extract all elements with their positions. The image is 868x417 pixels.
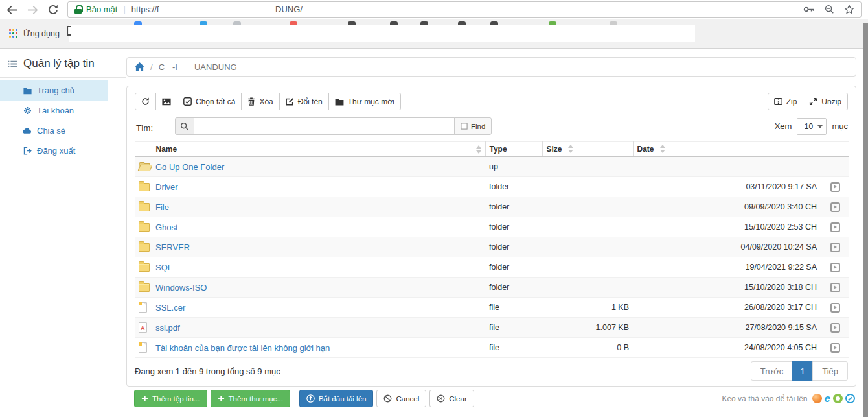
add-folder-button[interactable]: Thêm thư mục... [211,390,290,407]
preview-image-button[interactable] [155,93,177,110]
type-cell: file [485,298,542,318]
start-upload-button[interactable]: Bắt đầu tải lên [299,390,374,407]
chrome-icon [833,394,843,403]
size-cell [542,257,633,278]
breadcrumb-segment[interactable]: C [159,62,165,72]
firefox-icon [812,394,822,403]
new-folder-button[interactable]: Thư mục mới [328,93,401,110]
search-input[interactable] [194,117,455,135]
type-cell: file [485,338,542,358]
breadcrumb-separator: / [150,62,153,72]
column-header-actions [821,142,849,157]
pagination-next-button[interactable]: Tiếp [812,361,848,381]
file-link[interactable]: SERVER [155,243,190,252]
sort-icon[interactable] [475,145,481,154]
sidebar-item-label: Tài khoản [37,106,74,115]
sort-icon[interactable] [567,145,573,153]
apps-grid-icon[interactable] [9,29,17,38]
file-link[interactable]: Driver [155,182,178,192]
table-row[interactable]: Tài khoản của bạn được tải lên không giớ… [135,338,849,358]
open-file-button[interactable] [830,343,840,353]
rename-button[interactable]: Đổi tên [279,93,329,110]
folder-icon [139,243,150,252]
open-file-button[interactable] [830,243,840,252]
select-all-button[interactable]: Chọn tất cả [177,93,242,110]
page-size-select[interactable]: 10 [797,118,827,135]
gear-icon [23,106,32,115]
clear-button[interactable]: Clear [429,390,474,407]
table-row[interactable]: SERVERfolder04/09/2020 10:24 SA [135,237,849,257]
scrollbar[interactable] [863,23,868,417]
refresh-button[interactable] [135,93,156,110]
table-row[interactable]: Driverfolder03/11/2020 9:17 SA [135,177,849,197]
type-cell: folder [485,177,542,197]
add-files-button[interactable]: Thêm tệp tin... [134,390,207,407]
sidebar-item-share[interactable]: Chia sẻ [0,121,126,141]
zip-button[interactable]: Zip [768,93,804,110]
table-row[interactable]: ssl.pdffile1.007 KB27/08/2020 9:15 SA [135,318,849,338]
date-cell: 03/11/2020 9:17 SA [633,177,821,197]
file-link[interactable]: Tài khoản của bạn được tải lên không giớ… [155,343,330,353]
reload-button[interactable] [48,5,58,15]
breadcrumb-segment[interactable]: UANDUNG [194,62,237,72]
open-file-button[interactable] [830,303,840,313]
sidebar: Quản lý tập tin Trang chủ Tài khoản Chia… [0,49,126,161]
column-header-name[interactable]: Name [152,142,485,157]
open-file-button[interactable] [830,222,840,232]
find-button[interactable]: Find [454,117,492,135]
table-row[interactable]: SSL.cerfile1 KB26/08/2020 3:17 CH [135,298,849,318]
table-row[interactable]: Windows-ISOfolder15/10/2020 3:18 CH [135,278,849,298]
drag-drop-hint: Kéo và thả vào để tải lên e [722,394,855,403]
table-row[interactable]: Go Up One Folderup [135,157,849,177]
file-link[interactable]: Ghost [155,222,178,232]
breadcrumb-segment[interactable]: -I [172,62,177,72]
forward-button[interactable] [27,5,38,15]
table-row[interactable]: Filefolder09/09/2020 3:40 CH [135,197,849,217]
file-link[interactable]: SSL.cer [155,303,185,313]
file-link[interactable]: SQL [155,263,172,272]
file-link[interactable]: Windows-ISO [155,283,207,292]
sidebar-item-home[interactable]: Trang chủ [0,80,108,101]
home-icon[interactable] [135,62,144,71]
folder-icon [139,283,150,292]
apps-label[interactable]: Ứng dụng [23,19,60,48]
sort-icon[interactable] [659,145,665,153]
date-cell: 15/10/2020 2:53 CH [633,217,821,237]
url-divider: | [123,5,125,14]
type-cell: folder [485,217,542,237]
column-header-size[interactable]: Size [542,142,633,157]
column-header-date[interactable]: Date [633,142,821,157]
key-icon[interactable] [803,6,815,13]
open-file-button[interactable] [830,182,840,192]
size-cell [542,278,633,298]
date-cell [633,157,821,177]
cloud-icon [23,127,32,134]
open-file-button[interactable] [830,283,840,292]
sidebar-item-account[interactable]: Tài khoản [0,101,126,121]
table-info: Đang xem 1 đến 9 trong tổng số 9 mục [135,366,280,376]
size-cell [542,177,633,197]
open-file-button[interactable] [830,202,840,212]
file-link[interactable]: Go Up One Folder [155,162,224,172]
table-row[interactable]: SQLfolder19/04/2021 9:22 SA [135,257,849,278]
pagination-page-1[interactable]: 1 [792,361,813,381]
delete-button[interactable]: Xóa [241,93,279,110]
search-row: Tìm: Find Xem 10 mục [135,117,848,135]
zoom-out-icon[interactable] [825,5,834,14]
file-link[interactable]: File [155,202,169,212]
file-link[interactable]: ssl.pdf [155,323,180,333]
unzip-button[interactable]: Unzip [803,93,848,110]
back-button[interactable] [6,5,17,15]
list-icon [8,59,17,69]
date-cell: 09/09/2020 3:40 CH [633,197,821,217]
open-file-button[interactable] [830,263,840,272]
address-bar[interactable]: Bảo mật | https://f DUNG/ [67,1,862,18]
cancel-button[interactable]: Cancel [376,390,426,407]
page-size-label-after: mục [832,121,848,131]
table-row[interactable]: Ghostfolder15/10/2020 2:53 CH [135,217,849,237]
sidebar-item-logout[interactable]: Đăng xuất [0,141,126,161]
open-file-button[interactable] [830,323,840,333]
bookmark-star-icon[interactable] [844,5,854,15]
pagination-prev-button[interactable]: Trước [751,361,794,381]
size-cell [542,157,633,177]
